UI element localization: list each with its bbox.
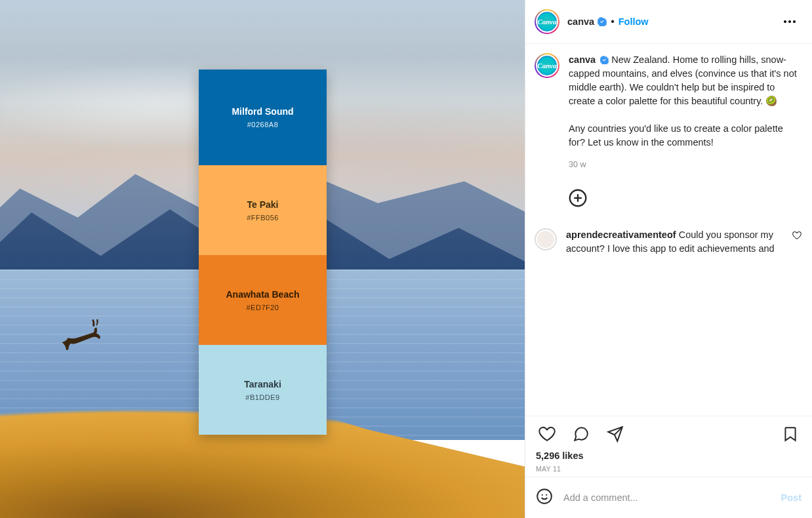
avatar-image: Canva <box>536 10 558 33</box>
post-actions: 5,296 likes MAY 11 <box>525 416 812 477</box>
follow-button[interactable]: Follow <box>619 16 649 27</box>
author-avatar[interactable]: Canva <box>535 9 559 34</box>
swatch-hex: #0268A8 <box>247 121 279 129</box>
comment-input[interactable] <box>563 492 781 503</box>
svg-point-0 <box>784 20 786 23</box>
swatch-anawhata-beach: Anawhata Beach #ED7F20 <box>199 255 327 345</box>
post-comment-button[interactable]: Post <box>781 492 802 503</box>
comment-icon <box>573 426 590 443</box>
swatch-hex: #B1DDE9 <box>245 393 279 401</box>
svg-point-9 <box>542 494 543 496</box>
heart-icon <box>538 426 556 443</box>
swatch-hex: #FFB056 <box>247 214 279 222</box>
swatch-name: Anawhata Beach <box>226 289 299 300</box>
caption-age: 30 w <box>569 159 802 170</box>
swatch-name: Milford Sound <box>232 106 293 117</box>
color-palette-card: Milford Sound #0268A8 Te Paki #FFB056 An… <box>199 70 327 435</box>
commenter-username[interactable]: aprendecreativamenteof <box>566 229 676 240</box>
share-button[interactable] <box>604 423 626 445</box>
emoji-picker-button[interactable] <box>536 488 553 508</box>
likes-count[interactable]: 5,296 likes <box>536 450 802 461</box>
swatch-taranaki: Taranaki #B1DDE9 <box>199 345 327 435</box>
separator-dot: • <box>611 16 615 28</box>
plus-circle-icon <box>569 189 587 207</box>
like-comment-button[interactable] <box>792 231 802 243</box>
author-username[interactable]: canva <box>567 16 594 27</box>
caption-username[interactable]: canva <box>569 54 596 65</box>
verified-badge-icon <box>598 17 607 26</box>
caption-avatar[interactable]: Canva <box>535 53 559 78</box>
add-comment-bar: Post <box>525 477 812 518</box>
caption-text-2: Any countries you'd like us to create a … <box>569 123 783 148</box>
send-icon <box>607 426 624 443</box>
more-horizontal-icon <box>782 14 798 30</box>
add-to-collection-button[interactable] <box>569 189 802 211</box>
more-options-button[interactable] <box>778 10 802 33</box>
avatar-image <box>536 229 556 249</box>
post-date: MAY 11 <box>536 465 802 473</box>
swatch-milford-sound: Milford Sound #0268A8 <box>199 70 327 165</box>
like-button[interactable] <box>536 423 558 445</box>
swatch-te-paki: Te Paki #FFB056 <box>199 165 327 255</box>
post-caption: canva New Zealand. Home to rolling hills… <box>569 53 802 211</box>
deer-silhouette <box>59 313 105 353</box>
swatch-name: Taranaki <box>244 379 281 389</box>
verified-badge-icon <box>600 56 609 64</box>
avatar-image: Canva <box>536 54 558 77</box>
save-button[interactable] <box>779 423 802 445</box>
smiley-icon <box>536 488 553 505</box>
heart-icon <box>792 231 802 240</box>
post-header: Canva canva • Follow <box>525 0 812 44</box>
svg-point-8 <box>537 489 552 504</box>
svg-point-1 <box>788 20 791 23</box>
svg-point-10 <box>546 494 547 496</box>
swatch-hex: #ED7F20 <box>247 304 279 311</box>
comment-button[interactable] <box>570 423 592 445</box>
post-sidebar: Canva canva • Follow Canva canva <box>525 0 812 518</box>
bookmark-icon <box>782 426 799 443</box>
post-image: Milford Sound #0268A8 Te Paki #FFB056 An… <box>0 0 525 518</box>
svg-point-2 <box>793 20 796 23</box>
commenter-avatar[interactable] <box>535 228 557 250</box>
swatch-name: Te Paki <box>247 199 279 210</box>
comment: aprendecreativamenteof Could you sponsor… <box>535 228 802 256</box>
